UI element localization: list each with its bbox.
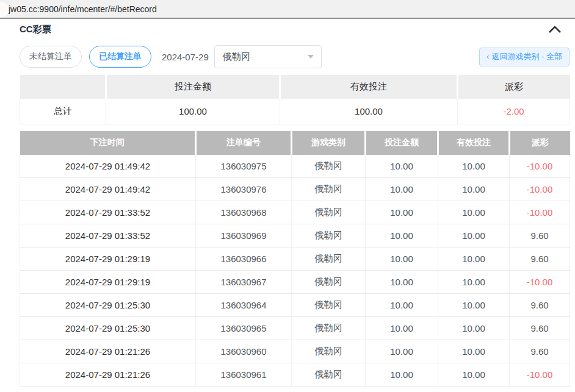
bet-id-cell: 136030965 — [196, 317, 292, 340]
valid-bet-cell: 10.00 — [438, 224, 510, 248]
header-bet-time: 下注时间 — [20, 131, 196, 155]
bet-time-cell: 2024-07-29 01:29:19 — [20, 248, 196, 271]
header-bet-amount: 投注金额 — [366, 131, 438, 155]
game-category-cell: 俄勒冈 — [292, 155, 366, 178]
valid-bet-cell: 10.00 — [438, 317, 510, 340]
url-text: jw05.cc:9900/infe/mcenter/#/betRecord — [9, 4, 157, 14]
bet-time-cell: 2024-07-29 01:33:52 — [20, 224, 196, 248]
valid-bet-cell: 10.00 — [438, 340, 510, 363]
back-button-label: 返回游戏类别 - 全部 — [491, 52, 562, 61]
game-category-cell: 俄勒冈 — [292, 340, 366, 363]
bet-records-table: 下注时间 注单编号 游戏类别 投注金额 有效投注 派彩 2024-07-29 0… — [20, 131, 570, 387]
bet-id-cell: 136030964 — [196, 294, 292, 317]
valid-bet-cell: 10.00 — [438, 248, 510, 271]
bet-amount-cell: 10.00 — [366, 363, 438, 387]
payout-cell: 9.60 — [510, 294, 570, 317]
bet-id-cell: 136030969 — [196, 224, 292, 248]
bet-record-page: CC彩票 未结算注单 已结算注单 2024-07-29 俄勒冈 ‹返回游戏类别 … — [20, 19, 570, 387]
payout-cell: 9.60 — [510, 340, 570, 363]
header-payout: 派彩 — [510, 131, 570, 155]
valid-bet-cell: 10.00 — [438, 294, 510, 317]
page-header: CC彩票 — [20, 21, 570, 37]
game-category-cell: 俄勒冈 — [292, 363, 366, 387]
table-row: 2024-07-29 01:25:30 136030964 俄勒冈 10.00 … — [20, 294, 570, 317]
valid-bet-cell: 10.00 — [438, 363, 510, 387]
table-row: 2024-07-29 01:33:52 136030969 俄勒冈 10.00 … — [20, 224, 570, 248]
summary-payout: -2.00 — [458, 99, 570, 124]
unsettled-tab-button[interactable]: 未结算注单 — [20, 46, 82, 68]
back-chevron-icon: ‹ — [486, 52, 489, 61]
bet-id-cell: 136030975 — [196, 155, 292, 178]
summary-bet-amount: 100.00 — [106, 99, 280, 124]
chevron-down-icon — [308, 55, 314, 59]
bet-id-cell: 136030976 — [196, 178, 292, 201]
table-row: 2024-07-29 01:33:52 136030968 俄勒冈 10.00 … — [20, 201, 570, 224]
bet-amount-cell: 10.00 — [366, 317, 438, 340]
summary-total-label: 总计 — [20, 99, 106, 124]
table-row: 2024-07-29 01:49:42 136030975 俄勒冈 10.00 … — [20, 155, 570, 178]
bet-id-cell: 136030967 — [196, 271, 292, 294]
game-select-value: 俄勒冈 — [223, 51, 250, 63]
bet-time-cell: 2024-07-29 01:21:26 — [20, 363, 196, 387]
bet-time-cell: 2024-07-29 01:49:42 — [20, 178, 196, 201]
game-category-cell: 俄勒冈 — [292, 248, 366, 271]
bet-amount-cell: 10.00 — [366, 271, 438, 294]
table-row: 2024-07-29 01:21:26 136030961 俄勒冈 10.00 … — [20, 363, 570, 387]
bet-amount-cell: 10.00 — [366, 155, 438, 178]
bet-time-cell: 2024-07-29 01:25:30 — [20, 294, 196, 317]
bet-table-header-row: 下注时间 注单编号 游戏类别 投注金额 有效投注 派彩 — [20, 131, 570, 155]
summary-header-bet-amount: 投注金额 — [106, 75, 280, 99]
game-category-cell: 俄勒冈 — [292, 178, 366, 201]
back-to-categories-button[interactable]: ‹返回游戏类别 - 全部 — [479, 48, 570, 66]
bet-id-cell: 136030961 — [196, 363, 292, 387]
summary-header-payout: 派彩 — [458, 75, 570, 99]
filter-row: 未结算注单 已结算注单 2024-07-29 俄勒冈 ‹返回游戏类别 - 全部 — [20, 45, 570, 68]
bet-amount-cell: 10.00 — [366, 248, 438, 271]
summary-valid-bet: 100.00 — [280, 99, 458, 124]
payout-cell: -10.00 — [510, 155, 570, 178]
page-title: CC彩票 — [20, 24, 51, 35]
bet-time-cell: 2024-07-29 01:25:30 — [20, 317, 196, 340]
browser-url-bar[interactable]: jw05.cc:9900/infe/mcenter/#/betRecord — [0, 0, 575, 19]
chevron-up-icon[interactable] — [548, 24, 562, 34]
summary-header-row: 投注金额 有效投注 派彩 — [20, 75, 570, 99]
game-category-cell: 俄勒冈 — [292, 201, 366, 224]
summary-table: 投注金额 有效投注 派彩 总计 100.00 100.00 -2.00 — [20, 75, 570, 124]
summary-total-row: 总计 100.00 100.00 -2.00 — [20, 99, 570, 124]
header-game-category: 游戏类别 — [292, 131, 366, 155]
bet-amount-cell: 10.00 — [366, 178, 438, 201]
header-valid-bet: 有效投注 — [438, 131, 510, 155]
bet-time-cell: 2024-07-29 01:29:19 — [20, 271, 196, 294]
payout-cell: 9.60 — [510, 224, 570, 248]
settled-tab-button[interactable]: 已结算注单 — [89, 46, 151, 68]
bet-id-cell: 136030968 — [196, 201, 292, 224]
bet-id-cell: 136030966 — [196, 248, 292, 271]
summary-header-empty — [20, 75, 106, 99]
game-category-cell: 俄勒冈 — [292, 317, 366, 340]
summary-header-valid-bet: 有效投注 — [280, 75, 458, 99]
game-category-cell: 俄勒冈 — [292, 294, 366, 317]
payout-cell: 9.60 — [510, 317, 570, 340]
table-row: 2024-07-29 01:49:42 136030976 俄勒冈 10.00 … — [20, 178, 570, 201]
address-pill-fragment — [0, 2, 9, 18]
table-row: 2024-07-29 01:25:30 136030965 俄勒冈 10.00 … — [20, 317, 570, 340]
bet-amount-cell: 10.00 — [366, 340, 438, 363]
table-row: 2024-07-29 01:29:19 136030967 俄勒冈 10.00 … — [20, 271, 570, 294]
payout-cell: -10.00 — [510, 178, 570, 201]
bet-time-cell: 2024-07-29 01:21:26 — [20, 340, 196, 363]
table-row: 2024-07-29 01:29:19 136030966 俄勒冈 10.00 … — [20, 248, 570, 271]
table-row: 2024-07-29 01:21:26 136030960 俄勒冈 10.00 … — [20, 340, 570, 363]
payout-cell: -10.00 — [510, 201, 570, 224]
bet-time-cell: 2024-07-29 01:49:42 — [20, 155, 196, 178]
payout-cell: -10.00 — [510, 271, 570, 294]
bet-id-cell: 136030960 — [196, 340, 292, 363]
valid-bet-cell: 10.00 — [438, 271, 510, 294]
game-select[interactable]: 俄勒冈 — [214, 45, 322, 68]
header-bet-id: 注单编号 — [196, 131, 292, 155]
bet-amount-cell: 10.00 — [366, 294, 438, 317]
payout-cell: 9.60 — [510, 248, 570, 271]
game-category-cell: 俄勒冈 — [292, 271, 366, 294]
bet-table-body: 2024-07-29 01:49:42 136030975 俄勒冈 10.00 … — [20, 155, 570, 387]
valid-bet-cell: 10.00 — [438, 178, 510, 201]
date-value[interactable]: 2024-07-29 — [162, 52, 209, 62]
